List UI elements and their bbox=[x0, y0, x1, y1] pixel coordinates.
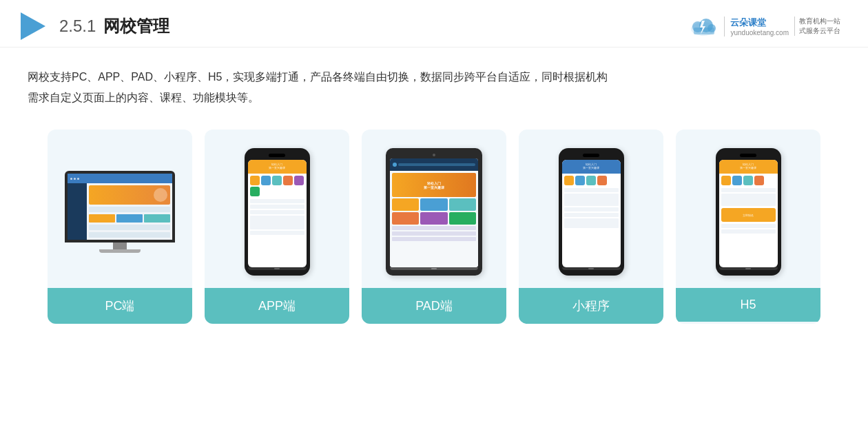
phone-row-1 bbox=[250, 199, 304, 203]
monitor-row-3 bbox=[89, 232, 170, 238]
phone-topbar-h5: 轻松入门第一堂兴趣课 bbox=[719, 160, 778, 174]
monitor-card-3 bbox=[144, 214, 170, 223]
desc-line2: 需求自定义页面上的内容、课程、功能模块等。 bbox=[28, 92, 259, 103]
phone-row-4 bbox=[250, 216, 304, 229]
pc-device-area bbox=[48, 130, 192, 288]
card-app: 轻松入门第一堂兴趣课 bbox=[205, 130, 349, 324]
description-block: 网校支持PC、APP、PAD、小程序、H5，实现多端打通，产品各终端自由切换，数… bbox=[0, 48, 868, 116]
phone-icon-5 bbox=[294, 176, 304, 185]
tablet-screen: 轻松入门第一堂兴趣课 bbox=[390, 158, 478, 267]
card-mini-label: 小程序 bbox=[519, 288, 663, 324]
brand-slogan-line1: 教育机构一站 bbox=[799, 17, 840, 26]
h5-cta-btn: 立即报名 bbox=[721, 208, 776, 222]
tablet-row-3 bbox=[392, 237, 476, 241]
brand-cloud-icon bbox=[688, 14, 719, 39]
desc-line1: 网校支持PC、APP、PAD、小程序、H5，实现多端打通，产品各终端自由切换，数… bbox=[28, 71, 608, 83]
mini-row-3 bbox=[564, 207, 619, 211]
phone-body-mini: 轻松入门第一堂兴趣课 bbox=[559, 148, 624, 276]
phone-banner-text-h5: 轻松入门第一堂兴趣课 bbox=[740, 163, 756, 170]
phone-icon-6 bbox=[250, 187, 260, 196]
phone-screen-app: 轻松入门第一堂兴趣课 bbox=[248, 160, 307, 267]
monitor-sidebar bbox=[68, 183, 87, 240]
phone-row-3 bbox=[250, 210, 304, 214]
phone-bottom-mini bbox=[562, 267, 621, 270]
h5-icon-3 bbox=[743, 176, 753, 185]
mini-icon-3 bbox=[586, 176, 596, 185]
mini-row-4 bbox=[564, 213, 619, 217]
h5-row-3 bbox=[721, 224, 776, 228]
tablet-grid bbox=[392, 198, 476, 225]
miniprogram-device-area: 轻松入门第一堂兴趣课 bbox=[519, 130, 663, 288]
tablet-row-2 bbox=[392, 231, 476, 236]
phone-home-mini bbox=[588, 268, 594, 269]
tablet-bottom-bar bbox=[390, 267, 478, 270]
phone-icon-3 bbox=[272, 176, 282, 185]
mini-icon-2 bbox=[575, 176, 585, 185]
card-app-label: APP端 bbox=[205, 288, 349, 324]
page-wrapper: 2.5.1 网校管理 云朵课堂 yunduoketang.com bbox=[0, 0, 868, 434]
phone-h5: 轻松入门第一堂兴趣课 立即报名 bbox=[716, 148, 781, 276]
phone-row-2 bbox=[250, 205, 304, 209]
header: 2.5.1 网校管理 云朵课堂 yunduoketang.com bbox=[0, 0, 868, 48]
tablet-grid-2 bbox=[420, 198, 447, 211]
phone-topbar-app: 轻松入门第一堂兴趣课 bbox=[248, 160, 307, 174]
card-pc-label: PC端 bbox=[48, 288, 192, 324]
phone-topbar-mini: 轻松入门第一堂兴趣课 bbox=[562, 160, 621, 174]
mini-row-1 bbox=[564, 188, 619, 192]
phone-icon-2 bbox=[261, 176, 271, 185]
brand-url: yunduoketang.com bbox=[730, 29, 789, 37]
phone-mini: 轻松入门第一堂兴趣课 bbox=[559, 148, 624, 276]
phone-icon-1 bbox=[250, 176, 260, 185]
h5-icon-1 bbox=[721, 176, 731, 185]
card-miniprogram: 轻松入门第一堂兴趣课 bbox=[519, 130, 663, 324]
cards-section: PC端 轻松入门第一堂兴趣课 bbox=[0, 116, 868, 344]
phone-bottom-app bbox=[248, 267, 307, 270]
card-pad: 轻松入门第一堂兴趣课 bbox=[362, 130, 506, 324]
monitor-main bbox=[87, 183, 172, 240]
phone-banner-text-mini: 轻松入门第一堂兴趣课 bbox=[583, 163, 599, 170]
h5-row-4 bbox=[721, 229, 776, 234]
mini-row-5 bbox=[564, 218, 619, 228]
tablet-grid-3 bbox=[449, 198, 476, 211]
app-device-area: 轻松入门第一堂兴趣课 bbox=[205, 130, 349, 288]
monitor-topbar bbox=[68, 174, 172, 183]
phone-body-app: 轻松入门第一堂兴趣课 bbox=[245, 148, 310, 276]
tablet-content: 轻松入门第一堂兴趣课 bbox=[390, 171, 478, 267]
mini-icon-4 bbox=[597, 176, 607, 185]
tablet-home-btn bbox=[431, 268, 437, 269]
phone-screen-h5: 轻松入门第一堂兴趣课 立即报名 bbox=[719, 160, 778, 267]
monitor-card-1 bbox=[89, 214, 115, 223]
tablet-banner: 轻松入门第一堂兴趣课 bbox=[392, 173, 476, 197]
h5-icon-2 bbox=[732, 176, 742, 185]
brand-slogan-line2: 式服务云平台 bbox=[799, 26, 840, 36]
section-num: 2.5.1 bbox=[59, 17, 96, 35]
tablet-topbar-line bbox=[398, 163, 475, 166]
brand-logo: 云朵课堂 yunduoketang.com 教育机构一站 式服务云平台 bbox=[688, 14, 840, 39]
pad-device-area: 轻松入门第一堂兴趣课 bbox=[362, 130, 506, 288]
phone-row-5 bbox=[250, 231, 304, 235]
phone-icons-mini bbox=[562, 174, 621, 187]
h5-cta-text: 立即报名 bbox=[743, 214, 754, 217]
page-title: 2.5.1 网校管理 bbox=[59, 15, 169, 37]
brand-text: 云朵课堂 yunduoketang.com bbox=[724, 17, 789, 37]
monitor-row-1 bbox=[89, 207, 170, 212]
monitor-base bbox=[99, 249, 141, 253]
tablet-grid-1 bbox=[392, 198, 419, 211]
phone-notch-mini bbox=[583, 154, 599, 157]
brand-name: 云朵课堂 bbox=[730, 17, 789, 29]
card-h5-label: H5 bbox=[676, 288, 820, 322]
mini-row-2 bbox=[564, 194, 619, 206]
header-right: 云朵课堂 yunduoketang.com 教育机构一站 式服务云平台 bbox=[688, 14, 840, 39]
monitor-cards bbox=[89, 214, 170, 223]
monitor-screen-content bbox=[68, 174, 172, 240]
svg-rect-4 bbox=[694, 28, 714, 34]
card-pad-label: PAD端 bbox=[362, 288, 506, 324]
card-pc: PC端 bbox=[48, 130, 192, 324]
tablet-grid-5 bbox=[420, 212, 447, 225]
monitor-dot-1 bbox=[70, 178, 72, 180]
monitor-row-2 bbox=[89, 225, 170, 230]
tablet-grid-6 bbox=[449, 212, 476, 225]
description-text: 网校支持PC、APP、PAD、小程序、H5，实现多端打通，产品各终端自由切换，数… bbox=[28, 67, 840, 109]
tablet-cam bbox=[433, 154, 435, 156]
tablet-row-1 bbox=[392, 226, 476, 230]
